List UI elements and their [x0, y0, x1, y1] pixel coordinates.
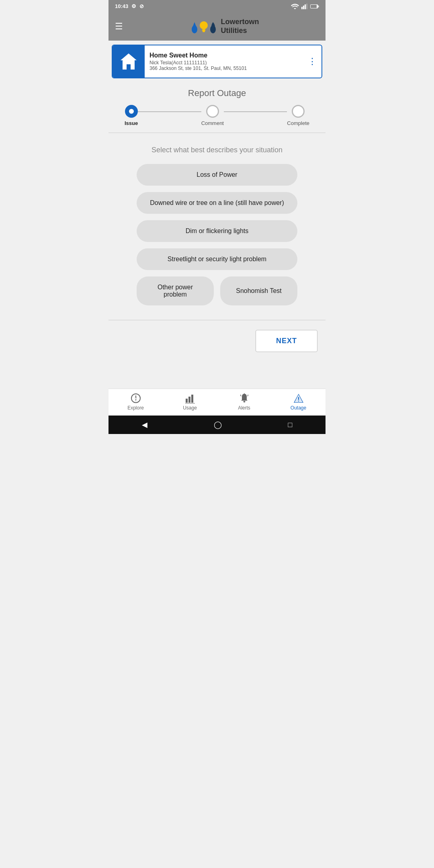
- step-label-comment: Comment: [201, 120, 224, 126]
- bottom-nav: Explore Usage Alerts Outage: [108, 389, 326, 416]
- status-time: 10:43: [115, 3, 128, 9]
- page-title: Report Outage: [108, 78, 326, 105]
- svg-marker-15: [135, 395, 137, 398]
- svg-marker-16: [135, 398, 137, 402]
- account-address: 366 Jackson St, ste 101, St. Paul, MN, 5…: [149, 66, 298, 71]
- brand-name: Lowertown Utilities: [221, 18, 259, 35]
- wifi-icon: [291, 4, 299, 9]
- brand-logo-icon: [190, 16, 218, 37]
- step-comment: Comment: [201, 105, 224, 126]
- account-info: Home Sweet Home Nick Tesla(Acct 11111111…: [145, 48, 303, 75]
- nav-label-outage: Outage: [291, 405, 306, 411]
- svg-rect-17: [186, 399, 188, 403]
- account-holder: Nick Tesla(Acct 11111111): [149, 60, 298, 66]
- step-complete: Complete: [287, 105, 309, 126]
- account-card: Home Sweet Home Nick Tesla(Acct 11111111…: [112, 45, 322, 78]
- svg-rect-18: [188, 397, 190, 403]
- top-nav: ☰ Lowertown Utilities: [108, 12, 326, 41]
- main-content: Report Outage Issue Comment Complete Sel…: [108, 78, 326, 389]
- status-bar: 10:43 ⚙ ⊘: [108, 0, 326, 12]
- bottom-section: NEXT: [108, 320, 326, 360]
- svg-rect-11: [203, 31, 205, 32]
- svg-rect-10: [202, 29, 205, 31]
- nav-item-outage[interactable]: Outage: [287, 393, 311, 411]
- svg-point-9: [200, 21, 208, 29]
- issue-btn-pair-row: Other power problem Snohomish Test: [137, 276, 297, 305]
- svg-marker-13: [121, 53, 137, 70]
- svg-rect-19: [191, 395, 193, 403]
- snohomish-test-button[interactable]: Snohomish Test: [220, 276, 297, 305]
- dim-flickering-button[interactable]: Dim or flickering lights: [137, 220, 297, 242]
- svg-rect-1: [303, 6, 304, 9]
- svg-rect-5: [311, 5, 317, 8]
- streetlight-button[interactable]: Streetlight or security light problem: [137, 248, 297, 270]
- svg-rect-6: [318, 5, 319, 7]
- step-line-2: [224, 111, 287, 112]
- nav-label-explore: Explore: [127, 405, 144, 411]
- loss-of-power-button[interactable]: Loss of Power: [137, 164, 297, 186]
- nav-label-alerts: Alerts: [238, 405, 250, 411]
- nav-item-usage[interactable]: Usage: [178, 393, 202, 411]
- signal-icon: [301, 4, 308, 9]
- svg-point-21: [243, 401, 245, 403]
- nav-item-explore[interactable]: Explore: [124, 393, 148, 411]
- dnd-icon: ⊘: [139, 3, 144, 9]
- svg-rect-2: [305, 4, 306, 9]
- svg-rect-27: [298, 401, 299, 401]
- system-nav: ◀ ◯ □: [108, 416, 326, 434]
- next-button[interactable]: NEXT: [256, 330, 317, 352]
- svg-rect-20: [185, 403, 195, 403]
- back-icon[interactable]: ◀: [142, 420, 147, 429]
- next-btn-row: NEXT: [117, 330, 317, 352]
- step-circle-complete: [292, 105, 305, 118]
- step-line-1: [138, 111, 201, 112]
- account-title: Home Sweet Home: [149, 52, 298, 59]
- warning-icon: [293, 393, 304, 403]
- select-description: Select what best describes your situatio…: [108, 133, 326, 164]
- downed-wire-button[interactable]: Downed wire or tree on a line (still hav…: [137, 192, 297, 214]
- status-indicators: [291, 4, 319, 9]
- step-label-issue: Issue: [125, 120, 138, 126]
- gear-icon: ⚙: [131, 3, 136, 9]
- nav-item-alerts[interactable]: Alerts: [232, 393, 256, 411]
- step-circle-comment: [206, 105, 219, 118]
- home-circle-icon[interactable]: ◯: [214, 420, 222, 429]
- step-issue: Issue: [125, 105, 138, 126]
- svg-rect-26: [298, 397, 299, 400]
- svg-rect-3: [306, 4, 307, 9]
- more-vertical-icon[interactable]: ⋮: [303, 56, 321, 67]
- battery-icon: [310, 4, 319, 9]
- recent-square-icon[interactable]: □: [288, 421, 293, 429]
- svg-rect-0: [301, 7, 303, 9]
- hamburger-icon[interactable]: ☰: [115, 21, 123, 32]
- house-icon: [119, 51, 139, 72]
- account-icon-bg: [113, 45, 145, 78]
- logo-area: Lowertown Utilities: [129, 16, 319, 37]
- issue-buttons-container: Loss of Power Downed wire or tree on a l…: [108, 164, 326, 313]
- step-label-complete: Complete: [287, 120, 309, 126]
- bell-icon: [239, 393, 250, 403]
- step-circle-issue: [125, 105, 138, 118]
- other-power-button[interactable]: Other power problem: [137, 276, 214, 305]
- stepper: Issue Comment Complete: [108, 105, 326, 129]
- bar-chart-icon: [185, 393, 195, 403]
- compass-icon: [131, 393, 141, 403]
- svg-marker-8: [192, 22, 197, 29]
- nav-label-usage: Usage: [183, 405, 197, 411]
